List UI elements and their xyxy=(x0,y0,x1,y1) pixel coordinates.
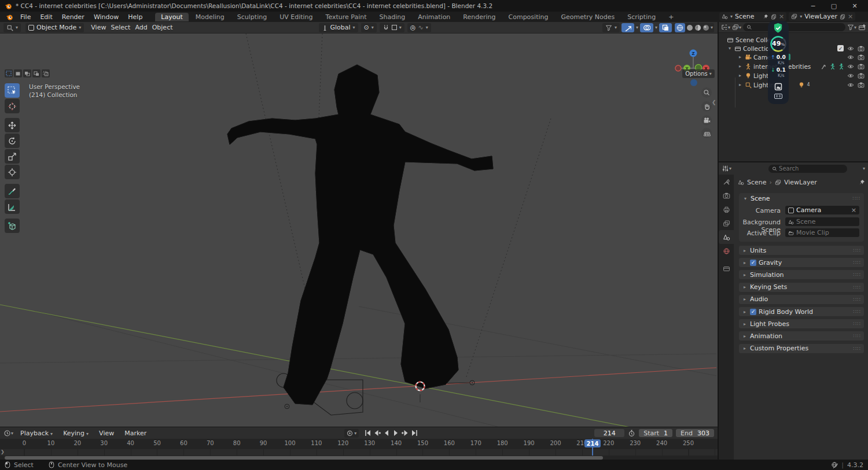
tool-add-cube[interactable] xyxy=(5,219,20,233)
tool-cursor[interactable] xyxy=(5,99,20,113)
editor-type-button[interactable]: ▾ xyxy=(3,23,21,32)
eye-icon[interactable] xyxy=(847,63,854,70)
navigation-gizmo[interactable]: Z Y X xyxy=(675,50,709,87)
gizmo-dropdown-icon[interactable]: ▾ xyxy=(636,25,638,30)
zoom-button[interactable] xyxy=(701,87,712,98)
scene-name[interactable]: Scene xyxy=(735,13,760,20)
viewlayer-name[interactable]: ViewLayer xyxy=(804,13,837,20)
camera-toggle-icon[interactable] xyxy=(858,54,865,61)
blender-menu-logo-icon[interactable] xyxy=(6,13,13,21)
frame-end-field[interactable]: End303 xyxy=(676,429,714,437)
prev-keyframe-button[interactable] xyxy=(373,429,381,437)
drag-dots-icon[interactable]: ∷∷ xyxy=(854,272,861,277)
tool-scale[interactable] xyxy=(5,149,20,164)
checkbox-icon[interactable]: ✓ xyxy=(750,309,756,315)
eye-icon[interactable] xyxy=(847,45,854,52)
mini-badge-icon[interactable] xyxy=(774,94,782,99)
properties-editor-icon[interactable]: ▾ xyxy=(722,165,731,172)
frame-start-field[interactable]: Start1 xyxy=(639,429,672,437)
timeline-track-band[interactable] xyxy=(0,449,718,456)
drag-dots-icon[interactable]: ∷∷ xyxy=(854,321,861,327)
outliner-row-armature[interactable]: ▸ internet celebrities xyxy=(719,62,868,71)
drag-dots-icon[interactable]: ∷∷ xyxy=(854,346,861,351)
eye-icon[interactable] xyxy=(847,82,854,88)
filter-display-dropdown[interactable]: ▾ xyxy=(732,24,741,31)
expand-icon[interactable]: ▸ xyxy=(737,73,743,78)
auto-key-button[interactable]: ▾ xyxy=(344,429,359,438)
scene-section-header[interactable]: ▾ Scene ∷∷ xyxy=(739,193,864,203)
shading-solid-button[interactable] xyxy=(686,24,693,31)
tab-geometry-nodes[interactable]: Geometry Nodes xyxy=(555,13,620,21)
section-animation[interactable]: ▸Animation∷∷ xyxy=(739,331,864,341)
properties-search[interactable] xyxy=(768,165,847,173)
shading-dropdown-icon[interactable]: ▾ xyxy=(711,25,713,30)
menu-render[interactable]: Render xyxy=(57,13,89,21)
select-mode-extend-button[interactable] xyxy=(23,69,31,77)
camera-toggle-icon[interactable] xyxy=(858,45,865,52)
eye-icon[interactable] xyxy=(847,54,854,61)
tab-texture-paint[interactable]: Texture Paint xyxy=(320,13,373,21)
tool-move[interactable] xyxy=(5,118,20,132)
overlays-toggle[interactable] xyxy=(640,23,653,32)
show-object-types-dropdown[interactable]: ▾ xyxy=(602,23,620,32)
checkbox-icon[interactable]: ✓ xyxy=(837,45,844,51)
viewport-3d[interactable]: Z Y X ❮ User Perspective (214) Collectio… xyxy=(0,34,718,427)
play-reverse-button[interactable] xyxy=(382,429,391,437)
expand-icon[interactable]: ▸ xyxy=(737,64,743,69)
shading-material-button[interactable] xyxy=(694,24,701,31)
display-mode-dropdown[interactable]: ▾ xyxy=(721,24,730,31)
network-monitor-widget[interactable]: 49% ↑ 0.0K/s ↓ 0.1K/s xyxy=(768,21,789,104)
outliner-row-light[interactable]: ▸ Light xyxy=(719,71,868,80)
tool-rotate[interactable] xyxy=(5,134,20,148)
breadcrumb-scene[interactable]: Scene xyxy=(747,179,767,186)
play-button[interactable] xyxy=(391,429,400,437)
timeline-menu-keying[interactable]: Keying▾ xyxy=(61,430,91,437)
camera-toggle-icon[interactable] xyxy=(858,82,865,88)
viewport-menu-select[interactable]: Select xyxy=(108,24,133,31)
copy-icon[interactable] xyxy=(840,14,845,20)
viewlayer-selector[interactable]: ▾ ViewLayer × xyxy=(789,12,855,21)
shading-rendered-button[interactable] xyxy=(703,24,709,31)
outliner-row-camera[interactable]: ▸ Camera xyxy=(719,53,868,61)
sidebar-collapse-icon[interactable]: ❮ xyxy=(712,99,716,105)
minimize-button[interactable]: ─ xyxy=(804,1,822,11)
outliner-search-input[interactable] xyxy=(753,24,842,31)
pivot-dropdown[interactable]: ⊙▾ xyxy=(361,23,377,32)
tab-+[interactable]: + xyxy=(663,13,679,21)
camera-toggle-icon[interactable] xyxy=(858,72,865,79)
current-frame-field[interactable]: 214 xyxy=(594,429,624,437)
timeline-menu-playback[interactable]: Playback▾ xyxy=(18,430,55,437)
tab-rendering[interactable]: Rendering xyxy=(457,13,501,21)
section-custom-properties[interactable]: ▸Custom Properties∷∷ xyxy=(739,344,864,353)
select-mode-subtract-button[interactable] xyxy=(32,69,41,77)
gizmos-toggle[interactable] xyxy=(621,23,634,32)
timeline-editor-icon[interactable]: ▾ xyxy=(3,430,13,437)
mode-dropdown[interactable]: Object Mode▾ xyxy=(25,23,84,32)
menu-file[interactable]: File xyxy=(16,13,35,21)
orientation-dropdown[interactable]: Global▾ xyxy=(319,23,358,32)
menu-window[interactable]: Window xyxy=(89,13,123,21)
properties-search-input[interactable] xyxy=(779,165,844,172)
select-mode-tweak-button[interactable] xyxy=(5,69,13,77)
timeline-menu-view[interactable]: View xyxy=(97,430,116,437)
tab-tool[interactable] xyxy=(719,175,734,188)
tool-transform[interactable] xyxy=(5,165,20,179)
section-light-probes[interactable]: ▸Light Probes∷∷ xyxy=(739,319,864,328)
filter-dropdown[interactable]: ▾ xyxy=(847,24,856,31)
outliner-row-scene-collection[interactable]: Scene Collection xyxy=(719,35,868,44)
expand-icon[interactable]: ▸ xyxy=(737,82,743,87)
camera-field[interactable]: Camera × xyxy=(785,206,859,214)
outliner-row-lighting[interactable]: ▸ Lighting 4 xyxy=(719,80,868,89)
drag-dots-icon[interactable]: ∷∷ xyxy=(854,247,861,253)
xray-toggle[interactable] xyxy=(659,23,672,32)
tab-sculpting[interactable]: Sculpting xyxy=(231,13,273,21)
section-rigid-body-world[interactable]: ▸✓Rigid Body World∷∷ xyxy=(739,307,864,316)
pin-icon[interactable] xyxy=(763,14,768,20)
tab-compositing[interactable]: Compositing xyxy=(503,13,554,21)
drag-dots-icon[interactable]: ∷∷ xyxy=(854,333,861,339)
stopwatch-icon[interactable] xyxy=(628,430,635,437)
viewport-menu-object[interactable]: Object xyxy=(150,24,175,31)
tab-animation[interactable]: Animation xyxy=(412,13,456,21)
proportional-edit-toggle[interactable]: ◎∿▾ xyxy=(407,23,431,32)
options-button[interactable]: Options▾ xyxy=(682,69,715,78)
